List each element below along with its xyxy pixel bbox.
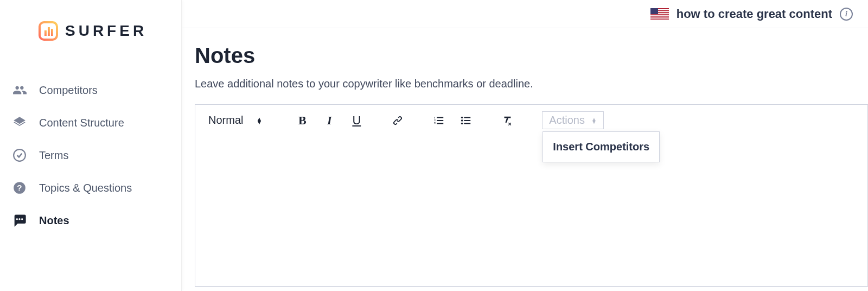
sidebar: SURFER Competitors Content Structure Ter… xyxy=(0,0,182,291)
svg-rect-13 xyxy=(650,15,669,16)
actions-select[interactable]: Actions ▲▼ Insert Competitors xyxy=(542,111,604,129)
content-area: Notes Leave additional notes to your cop… xyxy=(182,28,868,287)
svg-rect-14 xyxy=(650,16,669,17)
brand-name: SURFER xyxy=(65,22,147,40)
svg-point-8 xyxy=(21,218,23,220)
topbar: how to create great content i xyxy=(182,0,868,28)
sidebar-item-competitors[interactable]: Competitors xyxy=(0,74,181,106)
svg-rect-16 xyxy=(650,8,658,14)
check-circle-icon xyxy=(12,148,27,163)
italic-button[interactable]: I xyxy=(323,114,336,127)
svg-point-18 xyxy=(461,119,463,122)
sidebar-item-terms[interactable]: Terms xyxy=(0,139,181,172)
svg-point-6 xyxy=(16,218,18,220)
page-subtitle: Leave additional notes to your copywrite… xyxy=(195,78,868,90)
question-circle-icon: ? xyxy=(12,180,27,195)
info-icon[interactable]: i xyxy=(840,8,853,21)
ordered-list-button[interactable] xyxy=(432,114,445,127)
layers-icon xyxy=(12,115,27,130)
editor-body[interactable] xyxy=(195,136,867,282)
svg-text:?: ? xyxy=(17,183,22,192)
brand-logo: SURFER xyxy=(0,16,181,74)
actions-menu-item-insert-competitors[interactable]: Insert Competitors xyxy=(553,141,649,153)
caret-updown-icon: ▲▼ xyxy=(591,118,597,123)
sidebar-item-label: Terms xyxy=(39,149,68,162)
sidebar-item-topics-questions[interactable]: ? Topics & Questions xyxy=(0,172,181,204)
chat-icon xyxy=(12,213,27,228)
svg-point-17 xyxy=(461,116,463,118)
format-select-label: Normal xyxy=(208,114,243,126)
sidebar-item-label: Notes xyxy=(39,214,69,227)
header-query: how to create great content xyxy=(676,7,832,21)
link-button[interactable] xyxy=(391,114,404,127)
editor-toolbar: Normal ▲▼ B I U xyxy=(195,105,867,136)
bold-button[interactable]: B xyxy=(296,114,309,127)
svg-rect-1 xyxy=(44,30,47,36)
sidebar-item-notes[interactable]: Notes xyxy=(0,204,181,237)
actions-dropdown: Insert Competitors xyxy=(542,131,660,162)
brand-mark-icon xyxy=(38,21,59,41)
sidebar-item-label: Competitors xyxy=(39,84,98,97)
caret-updown-icon: ▲▼ xyxy=(256,117,262,124)
underline-button[interactable]: U xyxy=(350,114,363,127)
svg-rect-2 xyxy=(48,27,50,36)
flag-us-icon xyxy=(650,8,669,20)
sidebar-item-label: Topics & Questions xyxy=(39,182,132,194)
sidebar-nav: Competitors Content Structure Terms ? To… xyxy=(0,74,181,237)
svg-rect-15 xyxy=(650,18,669,20)
main: how to create great content i Notes Leav… xyxy=(182,0,868,291)
clear-format-button[interactable] xyxy=(501,114,514,127)
unordered-list-button[interactable] xyxy=(459,114,473,127)
svg-point-19 xyxy=(461,122,463,124)
format-select[interactable]: Normal ▲▼ xyxy=(208,114,267,126)
sidebar-item-content-structure[interactable]: Content Structure xyxy=(0,106,181,139)
editor: Normal ▲▼ B I U xyxy=(195,104,868,287)
actions-select-label: Actions xyxy=(549,114,585,126)
svg-point-7 xyxy=(18,218,20,220)
svg-rect-3 xyxy=(51,29,53,36)
page-title: Notes xyxy=(195,43,868,68)
sidebar-item-label: Content Structure xyxy=(39,117,124,129)
people-icon xyxy=(12,83,27,98)
